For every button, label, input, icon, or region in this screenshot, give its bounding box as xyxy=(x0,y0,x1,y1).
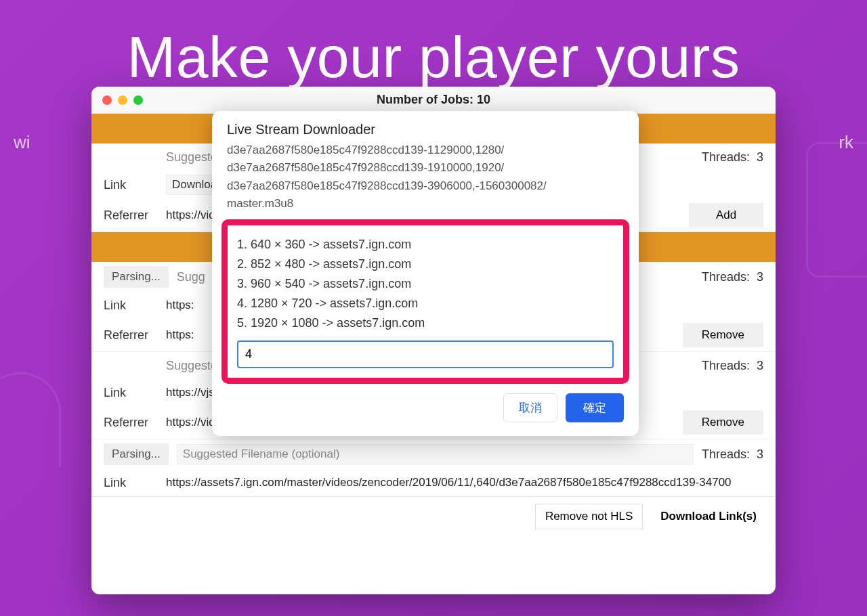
threads-label: Threads: xyxy=(702,270,750,284)
link-label: Link xyxy=(104,476,158,490)
quality-option: 1. 640 × 360 -> assets7.ign.com xyxy=(237,235,614,255)
footer-actions: Remove not HLS Download Link(s) xyxy=(91,496,776,536)
modal-desc-line: d3e7aa2687f580e185c47f9288ccd139-1129000… xyxy=(227,141,624,159)
quality-input[interactable] xyxy=(237,340,614,368)
link-label: Link xyxy=(104,178,158,192)
modal-description: d3e7aa2687f580e185c47f9288ccd139-1129000… xyxy=(212,141,639,219)
cancel-button[interactable]: 取消 xyxy=(503,393,557,422)
link-value[interactable]: https://assets7.ign.com/master/videos/ze… xyxy=(166,476,763,489)
modal-desc-line: d3e7aa2687f580e185c47f9288ccd139-3906000… xyxy=(227,177,624,195)
link-label: Link xyxy=(104,299,158,313)
parsing-button[interactable]: Parsing... xyxy=(104,266,169,288)
threads-label: Threads: xyxy=(702,447,750,462)
remove-not-hls-button[interactable]: Remove not HLS xyxy=(535,504,643,529)
add-button[interactable]: Add xyxy=(689,203,763,227)
quality-option: 3. 960 × 540 -> assets7.ign.com xyxy=(237,274,614,294)
remove-button[interactable]: Remove xyxy=(683,410,763,435)
threads-label: Threads: xyxy=(702,359,750,373)
quality-picker-modal: Live Stream Downloader d3e7aa2687f580e18… xyxy=(212,111,639,436)
confirm-button[interactable]: 確定 xyxy=(566,393,624,422)
link-label: Link xyxy=(104,386,158,400)
quality-option: 5. 1920 × 1080 -> assets7.ign.com xyxy=(237,313,614,333)
threads-value: 3 xyxy=(757,270,763,284)
referrer-label: Referrer xyxy=(104,328,158,343)
parsing-button[interactable]: Parsing... xyxy=(104,443,169,465)
threads-value: 3 xyxy=(757,359,763,373)
threads-label: Threads: xyxy=(702,150,750,164)
window-titlebar[interactable]: Number of Jobs: 10 xyxy=(91,87,776,114)
suggested-filename-input[interactable] xyxy=(177,444,694,464)
referrer-label: Referrer xyxy=(104,208,158,223)
referrer-label: Referrer xyxy=(104,416,158,430)
download-links-button[interactable]: Download Link(s) xyxy=(651,504,766,529)
threads-value: 3 xyxy=(757,150,763,164)
window-title: Number of Jobs: 10 xyxy=(91,93,776,107)
threads-value: 3 xyxy=(757,447,763,462)
modal-desc-line: d3e7aa2687f580e185c47f9288ccd139-1910000… xyxy=(227,159,624,177)
remove-button[interactable]: Remove xyxy=(683,323,763,347)
quality-selection-box: 1. 640 × 360 -> assets7.ign.com 2. 852 ×… xyxy=(221,219,629,384)
background-title: Make your player yours xyxy=(0,24,867,91)
suggested-label: Sugg xyxy=(177,270,205,284)
modal-actions: 取消 確定 xyxy=(212,393,639,436)
quality-option: 2. 852 × 480 -> assets7.ign.com xyxy=(237,255,614,274)
background-subtitle-left: wi xyxy=(14,132,30,153)
quality-list: 1. 640 × 360 -> assets7.ign.com 2. 852 ×… xyxy=(237,235,614,332)
quality-option: 4. 1280 × 720 -> assets7.ign.com xyxy=(237,294,614,313)
modal-desc-line: master.m3u8 xyxy=(227,195,624,213)
modal-title: Live Stream Downloader xyxy=(212,111,639,141)
job-block: Parsing... Threads: 3 Link https://asset… xyxy=(91,439,776,496)
